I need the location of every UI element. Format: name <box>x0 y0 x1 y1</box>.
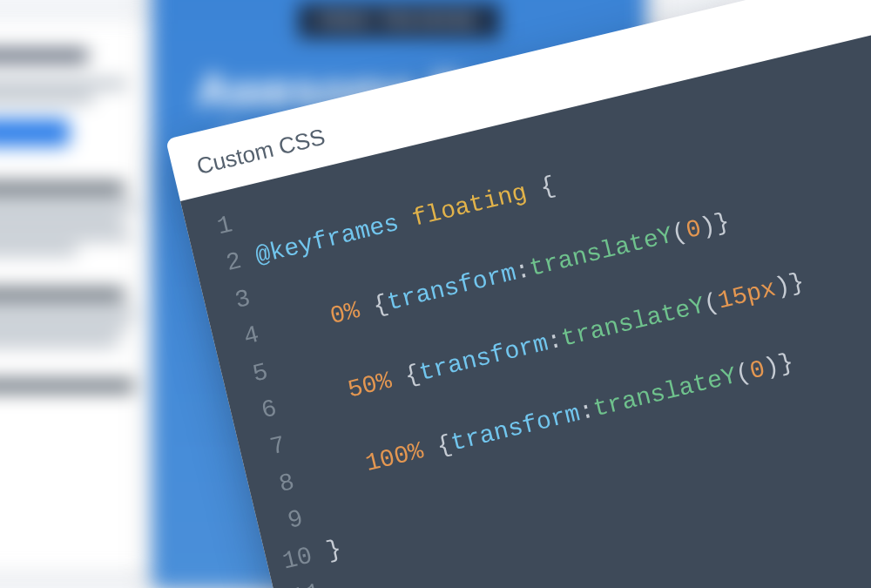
bg-left-card <box>0 22 161 571</box>
line-number: 4 <box>226 316 263 360</box>
line-number: 10 <box>279 537 316 580</box>
line-number: 7 <box>253 427 290 470</box>
hero-badge: FREE TRAINING <box>298 3 499 38</box>
line-number: 2 <box>208 243 246 287</box>
line-number: 9 <box>270 500 307 544</box>
